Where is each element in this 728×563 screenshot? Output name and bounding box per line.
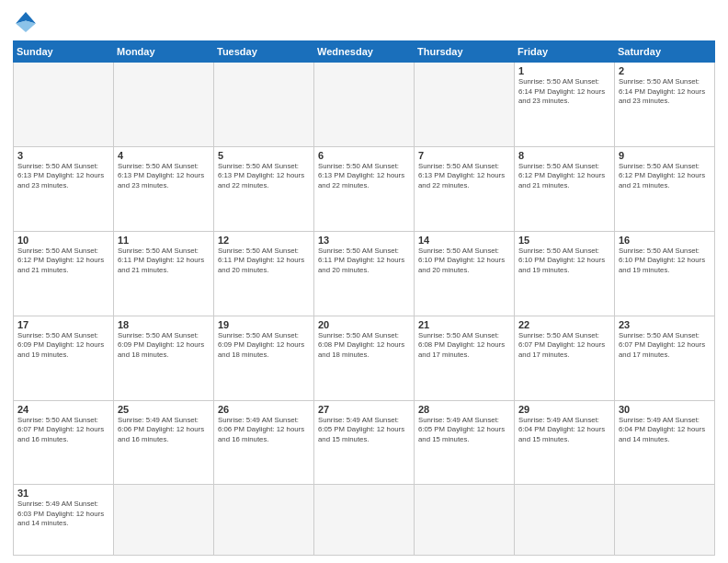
- day-number: 11: [118, 235, 210, 246]
- calendar-cell: [415, 485, 515, 556]
- day-info: Sunrise: 5:49 AM Sunset: 6:05 PM Dayligh…: [418, 416, 510, 445]
- calendar-cell: [615, 485, 715, 556]
- day-info: Sunrise: 5:50 AM Sunset: 6:12 PM Dayligh…: [17, 247, 109, 276]
- day-number: 8: [518, 150, 610, 161]
- calendar-cell: [314, 485, 415, 556]
- day-number: 29: [518, 404, 610, 415]
- calendar-cell: 28Sunrise: 5:49 AM Sunset: 6:05 PM Dayli…: [415, 400, 515, 485]
- day-number: 6: [318, 150, 410, 161]
- header: [13, 9, 715, 35]
- day-number: 9: [619, 150, 711, 161]
- calendar-cell: 2Sunrise: 5:50 AM Sunset: 6:14 PM Daylig…: [615, 63, 715, 147]
- day-header-thursday: Thursday: [415, 41, 515, 63]
- day-number: 28: [418, 404, 510, 415]
- day-number: 19: [218, 319, 310, 330]
- day-info: Sunrise: 5:50 AM Sunset: 6:10 PM Dayligh…: [619, 247, 711, 276]
- calendar-cell: 27Sunrise: 5:49 AM Sunset: 6:05 PM Dayli…: [314, 400, 415, 485]
- day-info: Sunrise: 5:50 AM Sunset: 6:13 PM Dayligh…: [218, 162, 310, 191]
- day-number: 14: [418, 235, 510, 246]
- calendar-cell: 24Sunrise: 5:50 AM Sunset: 6:07 PM Dayli…: [14, 400, 114, 485]
- calendar-cell: [214, 485, 314, 556]
- calendar-cell: 21Sunrise: 5:50 AM Sunset: 6:08 PM Dayli…: [415, 316, 515, 400]
- calendar-cell: 14Sunrise: 5:50 AM Sunset: 6:10 PM Dayli…: [415, 231, 515, 316]
- calendar-cell: [515, 485, 615, 556]
- calendar-cell: 4Sunrise: 5:50 AM Sunset: 6:13 PM Daylig…: [114, 146, 214, 231]
- day-info: Sunrise: 5:50 AM Sunset: 6:07 PM Dayligh…: [619, 331, 711, 361]
- calendar-cell: 8Sunrise: 5:50 AM Sunset: 6:12 PM Daylig…: [515, 146, 615, 231]
- calendar-cell: 26Sunrise: 5:49 AM Sunset: 6:06 PM Dayli…: [214, 400, 314, 485]
- day-header-tuesday: Tuesday: [214, 41, 314, 63]
- day-number: 26: [218, 404, 310, 415]
- calendar-cell: [314, 63, 415, 147]
- day-number: 17: [17, 319, 109, 330]
- day-header-friday: Friday: [515, 41, 615, 63]
- calendar-cell: [415, 63, 515, 147]
- calendar-cell: 6Sunrise: 5:50 AM Sunset: 6:13 PM Daylig…: [314, 146, 415, 231]
- week-row-4: 24Sunrise: 5:50 AM Sunset: 6:07 PM Dayli…: [14, 400, 715, 485]
- day-info: Sunrise: 5:50 AM Sunset: 6:14 PM Dayligh…: [518, 77, 610, 107]
- day-info: Sunrise: 5:50 AM Sunset: 6:11 PM Dayligh…: [318, 247, 410, 276]
- day-number: 16: [619, 235, 711, 246]
- calendar-cell: 15Sunrise: 5:50 AM Sunset: 6:10 PM Dayli…: [515, 231, 615, 316]
- day-number: 4: [118, 150, 210, 161]
- calendar-cell: 3Sunrise: 5:50 AM Sunset: 6:13 PM Daylig…: [14, 146, 114, 231]
- day-number: 5: [218, 150, 310, 161]
- day-info: Sunrise: 5:50 AM Sunset: 6:13 PM Dayligh…: [118, 162, 210, 191]
- day-info: Sunrise: 5:50 AM Sunset: 6:13 PM Dayligh…: [318, 162, 410, 191]
- day-info: Sunrise: 5:50 AM Sunset: 6:08 PM Dayligh…: [318, 331, 410, 361]
- day-number: 27: [318, 404, 410, 415]
- day-info: Sunrise: 5:50 AM Sunset: 6:07 PM Dayligh…: [518, 331, 610, 361]
- day-info: Sunrise: 5:50 AM Sunset: 6:12 PM Dayligh…: [518, 162, 610, 191]
- day-number: 3: [17, 150, 109, 161]
- days-header-row: SundayMondayTuesdayWednesdayThursdayFrid…: [14, 41, 715, 63]
- day-info: Sunrise: 5:49 AM Sunset: 6:04 PM Dayligh…: [518, 416, 610, 445]
- day-info: Sunrise: 5:49 AM Sunset: 6:05 PM Dayligh…: [318, 416, 410, 445]
- day-info: Sunrise: 5:50 AM Sunset: 6:08 PM Dayligh…: [418, 331, 510, 361]
- day-number: 15: [518, 235, 610, 246]
- day-number: 7: [418, 150, 510, 161]
- day-number: 30: [619, 404, 711, 415]
- day-number: 23: [619, 319, 711, 330]
- calendar-cell: 5Sunrise: 5:50 AM Sunset: 6:13 PM Daylig…: [214, 146, 314, 231]
- day-info: Sunrise: 5:50 AM Sunset: 6:12 PM Dayligh…: [619, 162, 711, 191]
- day-info: Sunrise: 5:50 AM Sunset: 6:07 PM Dayligh…: [17, 416, 109, 445]
- day-number: 10: [17, 235, 109, 246]
- calendar-cell: 11Sunrise: 5:50 AM Sunset: 6:11 PM Dayli…: [114, 231, 214, 316]
- day-info: Sunrise: 5:50 AM Sunset: 6:09 PM Dayligh…: [218, 331, 310, 361]
- calendar-cell: [114, 485, 214, 556]
- calendar-cell: 7Sunrise: 5:50 AM Sunset: 6:13 PM Daylig…: [415, 146, 515, 231]
- calendar-cell: 13Sunrise: 5:50 AM Sunset: 6:11 PM Dayli…: [314, 231, 415, 316]
- calendar-cell: [214, 63, 314, 147]
- day-header-saturday: Saturday: [615, 41, 715, 63]
- day-info: Sunrise: 5:50 AM Sunset: 6:13 PM Dayligh…: [17, 162, 109, 191]
- day-number: 25: [118, 404, 210, 415]
- calendar-cell: 16Sunrise: 5:50 AM Sunset: 6:10 PM Dayli…: [615, 231, 715, 316]
- calendar-table: SundayMondayTuesdayWednesdayThursdayFrid…: [13, 40, 715, 556]
- day-header-sunday: Sunday: [14, 41, 114, 63]
- calendar-cell: 25Sunrise: 5:49 AM Sunset: 6:06 PM Dayli…: [114, 400, 214, 485]
- calendar-cell: 1Sunrise: 5:50 AM Sunset: 6:14 PM Daylig…: [515, 63, 615, 147]
- day-info: Sunrise: 5:50 AM Sunset: 6:14 PM Dayligh…: [619, 77, 711, 107]
- day-number: 18: [118, 319, 210, 330]
- day-number: 20: [318, 319, 410, 330]
- day-number: 31: [17, 488, 109, 499]
- calendar-cell: 18Sunrise: 5:50 AM Sunset: 6:09 PM Dayli…: [114, 316, 214, 400]
- calendar-cell: 10Sunrise: 5:50 AM Sunset: 6:12 PM Dayli…: [14, 231, 114, 316]
- calendar-cell: [14, 63, 114, 147]
- day-info: Sunrise: 5:49 AM Sunset: 6:06 PM Dayligh…: [218, 416, 310, 445]
- day-number: 12: [218, 235, 310, 246]
- calendar-cell: 29Sunrise: 5:49 AM Sunset: 6:04 PM Dayli…: [515, 400, 615, 485]
- logo-icon: [13, 9, 39, 35]
- day-info: Sunrise: 5:49 AM Sunset: 6:04 PM Dayligh…: [619, 416, 711, 445]
- week-row-0: 1Sunrise: 5:50 AM Sunset: 6:14 PM Daylig…: [14, 63, 715, 147]
- day-info: Sunrise: 5:50 AM Sunset: 6:09 PM Dayligh…: [118, 331, 210, 361]
- week-row-1: 3Sunrise: 5:50 AM Sunset: 6:13 PM Daylig…: [14, 146, 715, 231]
- calendar-cell: 30Sunrise: 5:49 AM Sunset: 6:04 PM Dayli…: [615, 400, 715, 485]
- day-header-monday: Monday: [114, 41, 214, 63]
- calendar-cell: 9Sunrise: 5:50 AM Sunset: 6:12 PM Daylig…: [615, 146, 715, 231]
- day-info: Sunrise: 5:49 AM Sunset: 6:03 PM Dayligh…: [17, 500, 109, 529]
- week-row-5: 31Sunrise: 5:49 AM Sunset: 6:03 PM Dayli…: [14, 485, 715, 556]
- week-row-2: 10Sunrise: 5:50 AM Sunset: 6:12 PM Dayli…: [14, 231, 715, 316]
- page: SundayMondayTuesdayWednesdayThursdayFrid…: [0, 0, 728, 563]
- day-header-wednesday: Wednesday: [314, 41, 415, 63]
